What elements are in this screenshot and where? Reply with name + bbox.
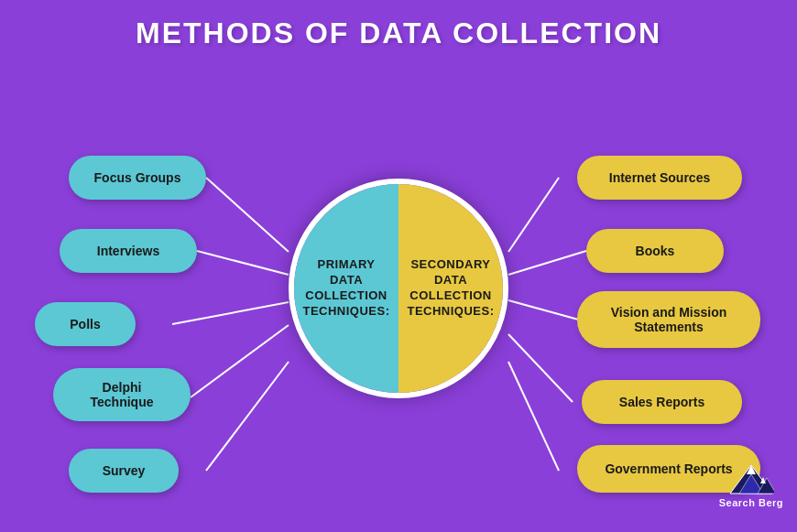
svg-line-5 [508, 178, 559, 252]
sales-reports-pill: Sales Reports [582, 380, 742, 424]
svg-line-4 [206, 362, 289, 471]
svg-line-7 [508, 300, 582, 320]
primary-data-label: PRIMARY DATA COLLECTION TECHNIQUES: [302, 257, 389, 320]
svg-line-1 [197, 251, 289, 275]
svg-line-3 [191, 325, 289, 397]
svg-line-0 [206, 178, 289, 252]
interviews-pill: Interviews [60, 229, 197, 273]
polls-label: Polls [70, 317, 100, 331]
logo: Search Berg [719, 463, 783, 508]
svg-line-6 [508, 251, 586, 275]
survey-pill: Survey [69, 449, 179, 493]
delphi-technique-pill: Delphi Technique [53, 368, 191, 421]
logo-icon [728, 463, 774, 495]
secondary-data-label: SECONDARY DATA COLLECTION TECHNIQUES: [407, 257, 494, 320]
logo-text: Search Berg [719, 497, 783, 508]
sales-reports-label: Sales Reports [619, 395, 704, 409]
svg-line-8 [508, 334, 573, 402]
vision-mission-label: Vision and Mission Statements [611, 305, 727, 334]
government-reports-label: Government Reports [605, 461, 732, 476]
delphi-label: Delphi Technique [91, 380, 154, 409]
center-circle: PRIMARY DATA COLLECTION TECHNIQUES: SECO… [289, 179, 508, 398]
books-pill: Books [586, 229, 724, 273]
polls-pill: Polls [35, 302, 136, 346]
books-label: Books [636, 244, 675, 258]
svg-line-9 [508, 362, 559, 471]
survey-label: Survey [103, 463, 146, 478]
focus-groups-pill: Focus Groups [69, 156, 206, 200]
focus-groups-label: Focus Groups [94, 170, 181, 185]
page-title: METHODS OF DATA COLLECTION [0, 0, 797, 60]
svg-line-2 [172, 302, 289, 324]
vision-mission-pill: Vision and Mission Statements [577, 291, 760, 348]
diagram-area: PRIMARY DATA COLLECTION TECHNIQUES: SECO… [0, 60, 797, 517]
internet-sources-label: Internet Sources [609, 170, 710, 185]
internet-sources-pill: Internet Sources [577, 156, 742, 200]
interviews-label: Interviews [97, 244, 159, 258]
